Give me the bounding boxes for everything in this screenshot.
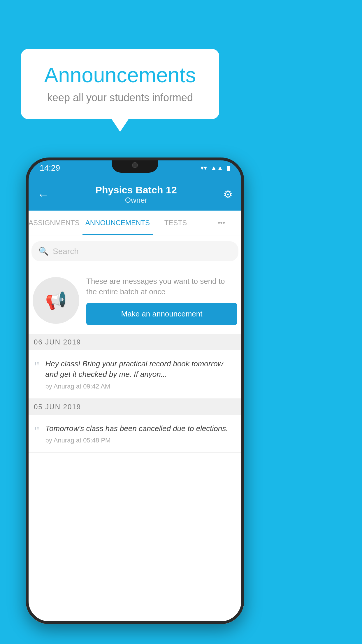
announcement-item-1[interactable]: " Hey class! Bring your practical record… bbox=[26, 350, 244, 399]
announcement-empty-right: These are messages you want to send to t… bbox=[86, 276, 237, 325]
tab-more[interactable]: ••• bbox=[198, 211, 244, 235]
announcement-icon-circle: 📢 bbox=[33, 277, 79, 324]
announcement-meta-1: by Anurag at 09:42 AM bbox=[45, 383, 236, 390]
app-header: ← Physics Batch 12 Owner ⚙ bbox=[26, 178, 244, 211]
quote-icon-2: " bbox=[34, 424, 40, 438]
tab-announcements[interactable]: ANNOUNCEMENTS bbox=[82, 211, 153, 235]
screen-content: 🔍 Search 📢 These are messages you want t… bbox=[26, 235, 244, 624]
status-bar: 14:29 ▾▾ ▲▲ ▮ bbox=[26, 158, 244, 178]
front-camera bbox=[132, 162, 138, 168]
date-divider-2: 05 JUN 2019 bbox=[26, 399, 244, 415]
search-bar[interactable]: 🔍 Search bbox=[31, 241, 238, 261]
announcement-item-2[interactable]: " Tomorrow's class has been cancelled du… bbox=[26, 415, 244, 453]
phone-device: 14:29 ▾▾ ▲▲ ▮ ← Physics Batch 12 Owner ⚙… bbox=[26, 158, 244, 624]
signal-icon: ▲▲ bbox=[210, 164, 223, 172]
announcement-description: These are messages you want to send to t… bbox=[86, 276, 237, 297]
batch-title: Physics Batch 12 bbox=[95, 184, 177, 196]
battery-icon: ▮ bbox=[227, 164, 230, 172]
header-title-group: Physics Batch 12 Owner bbox=[95, 184, 177, 205]
announcement-empty-state: 📢 These are messages you want to send to… bbox=[26, 267, 244, 334]
make-announcement-button[interactable]: Make an announcement bbox=[86, 303, 237, 325]
speech-bubble-subtitle: keep all your students informed bbox=[38, 92, 202, 104]
quote-icon-1: " bbox=[34, 360, 40, 374]
search-icon: 🔍 bbox=[38, 246, 49, 256]
speech-bubble-title: Announcements bbox=[38, 63, 202, 87]
announcement-text-wrap-1: Hey class! Bring your practical record b… bbox=[45, 358, 236, 390]
phone-notch bbox=[112, 158, 158, 173]
tab-tests[interactable]: TESTS bbox=[153, 211, 198, 235]
tab-assignments[interactable]: ASSIGNMENTS bbox=[26, 211, 82, 235]
announcement-meta-2: by Anurag at 05:48 PM bbox=[45, 437, 228, 444]
date-divider-1: 06 JUN 2019 bbox=[26, 334, 244, 350]
status-time: 14:29 bbox=[40, 163, 60, 173]
speech-bubble: Announcements keep all your students inf… bbox=[21, 49, 219, 119]
wifi-icon: ▾▾ bbox=[201, 164, 207, 172]
batch-role: Owner bbox=[95, 196, 177, 205]
settings-button[interactable]: ⚙ bbox=[223, 188, 233, 201]
announcement-text-wrap-2: Tomorrow's class has been cancelled due … bbox=[45, 423, 228, 444]
megaphone-icon: 📢 bbox=[45, 290, 67, 311]
search-placeholder: Search bbox=[53, 247, 79, 256]
announcement-text-1: Hey class! Bring your practical record b… bbox=[45, 358, 236, 380]
status-icons: ▾▾ ▲▲ ▮ bbox=[201, 164, 230, 172]
tab-bar: ASSIGNMENTS ANNOUNCEMENTS TESTS ••• bbox=[26, 211, 244, 235]
announcement-text-2: Tomorrow's class has been cancelled due … bbox=[45, 423, 228, 434]
back-button[interactable]: ← bbox=[37, 188, 49, 201]
